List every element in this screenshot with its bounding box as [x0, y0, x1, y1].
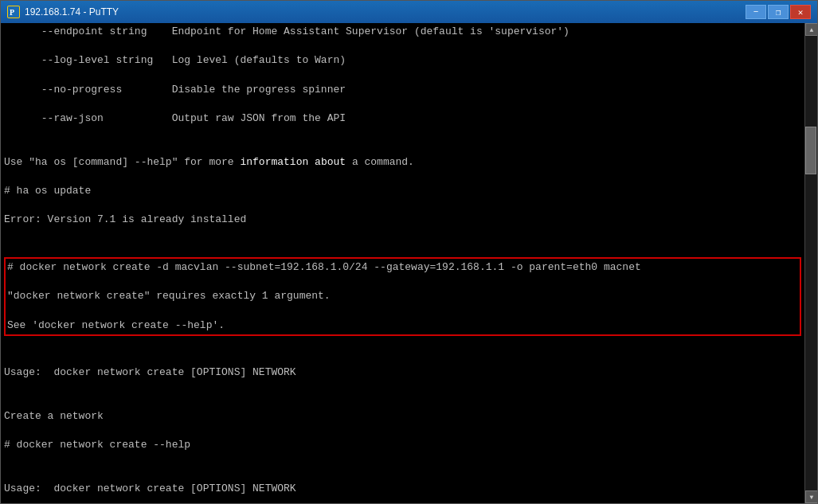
terminal-container: --endpoint string Endpoint for Home Assi…: [1, 23, 817, 503]
terminal-line: --raw-json Output raw JSON from the API: [4, 111, 801, 126]
title-bar: P 192.168.1.74 - PuTTY − ❐ ✕: [1, 1, 817, 23]
terminal-line: --endpoint string Endpoint for Home Assi…: [4, 25, 801, 39]
scroll-thumb[interactable]: [805, 127, 816, 174]
terminal-line: # ha os update: [4, 184, 801, 198]
error-msg-line: "docker network create" requires exactly…: [7, 289, 798, 303]
putty-window: P 192.168.1.74 - PuTTY − ❐ ✕ --endpoint …: [0, 0, 818, 504]
putty-icon: P: [7, 6, 20, 18]
scroll-up-button[interactable]: ▲: [805, 23, 817, 36]
window-title: 192.168.1.74 - PuTTY: [25, 6, 119, 18]
terminal-line: Usage: docker network create [OPTIONS] N…: [4, 365, 801, 380]
terminal-line: # docker network create --help: [4, 438, 801, 452]
scroll-track[interactable]: [805, 36, 817, 490]
terminal-line: Error: Version 7.1 is already installed: [4, 213, 801, 227]
close-button[interactable]: ✕: [790, 5, 811, 19]
terminal-line: Create a network: [4, 409, 801, 424]
terminal-line: --log-level string Log level (defaults t…: [4, 53, 801, 68]
minimize-button[interactable]: −: [746, 5, 766, 19]
error-block: # docker network create -d macvlan --sub…: [4, 257, 801, 336]
terminal-line: Usage: docker network create [OPTIONS] N…: [4, 482, 801, 496]
restore-button[interactable]: ❐: [768, 5, 789, 19]
svg-text:P: P: [10, 8, 14, 17]
scrollbar[interactable]: ▲ ▼: [804, 23, 817, 503]
terminal[interactable]: --endpoint string Endpoint for Home Assi…: [1, 23, 804, 503]
terminal-line: --no-progress Disable the progress spinn…: [4, 83, 801, 97]
terminal-line: Use "ha os [command] --help" for more in…: [4, 155, 801, 170]
title-bar-controls: − ❐ ✕: [746, 5, 811, 19]
error-help-line: See 'docker network create --help'.: [7, 318, 798, 333]
scroll-down-button[interactable]: ▼: [805, 490, 817, 503]
title-bar-left: P 192.168.1.74 - PuTTY: [7, 6, 119, 18]
error-cmd-line: # docker network create -d macvlan --sub…: [7, 260, 798, 275]
